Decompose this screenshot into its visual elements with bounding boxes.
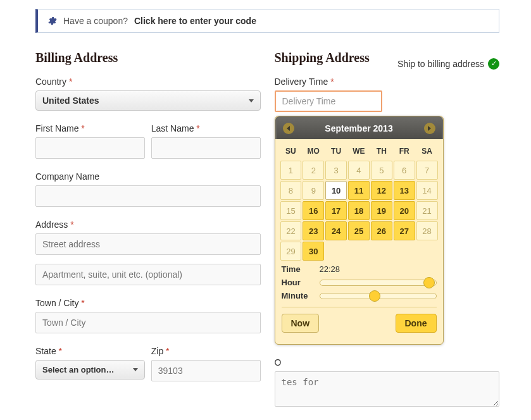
minute-label: Minute: [282, 291, 320, 300]
calendar-day: 28: [416, 221, 438, 240]
calendar-day[interactable]: 30: [303, 242, 324, 261]
minute-slider[interactable]: [320, 293, 437, 299]
calendar-day[interactable]: 27: [394, 221, 415, 240]
check-icon: ✓: [488, 58, 499, 70]
calendar-day[interactable]: 11: [348, 181, 370, 200]
address1-input[interactable]: [35, 233, 261, 255]
field-address2: [35, 264, 261, 285]
next-month-button[interactable]: [424, 123, 435, 134]
calendar-day[interactable]: 25: [348, 221, 370, 240]
dow-header: MO: [303, 143, 324, 159]
calendar-day[interactable]: 26: [371, 221, 392, 240]
calendar-day[interactable]: 12: [371, 181, 392, 200]
calendar-day[interactable]: 20: [394, 201, 415, 220]
dow-header: WE: [348, 143, 370, 159]
ship-to-billing-toggle[interactable]: Ship to billing address ✓: [397, 58, 499, 70]
calendar-day: 6: [394, 161, 415, 180]
billing-heading: Billing Address: [35, 51, 261, 65]
billing-column: Billing Address Country * United States …: [35, 51, 261, 409]
coupon-prefix: Have a coupon?: [63, 16, 128, 26]
calendar-day[interactable]: 18: [348, 201, 370, 220]
now-button[interactable]: Now: [282, 314, 320, 333]
calendar-day: 1: [280, 161, 302, 180]
field-last-name: Last Name *: [151, 123, 261, 159]
shipping-heading: Shipping Address: [275, 51, 370, 65]
calendar-day[interactable]: 24: [325, 221, 347, 240]
gear-icon: [47, 16, 57, 26]
calendar-day[interactable]: 10: [325, 181, 347, 200]
calendar-day[interactable]: 19: [371, 201, 392, 220]
hour-handle[interactable]: [423, 277, 435, 288]
calendar-day[interactable]: 23: [303, 221, 324, 240]
calendar-day: 21: [416, 201, 438, 220]
done-button[interactable]: Done: [396, 314, 437, 333]
calendar-day: 22: [280, 221, 302, 240]
dow-header: SA: [416, 143, 438, 159]
delivery-time-input[interactable]: Delivery Time: [275, 90, 382, 112]
calendar-day: 15: [280, 201, 302, 220]
coupon-notice: Have a coupon? Click here to enter your …: [35, 9, 499, 33]
calendar-day: 4: [348, 161, 370, 180]
dow-header: TH: [371, 143, 392, 159]
calendar-day: 2: [303, 161, 324, 180]
first-name-input[interactable]: [35, 137, 145, 159]
chevron-down-icon: [133, 368, 138, 371]
country-select[interactable]: United States: [35, 90, 261, 111]
calendar-day: 14: [416, 181, 438, 200]
dow-header: FR: [394, 143, 415, 159]
last-name-input[interactable]: [151, 137, 261, 159]
chevron-down-icon: [249, 99, 254, 102]
calendar-day: 29: [280, 242, 302, 261]
minute-handle[interactable]: [369, 290, 380, 302]
calendar-day: 9: [303, 181, 324, 200]
state-select[interactable]: Select an option…: [35, 360, 145, 380]
calendar-day: 5: [371, 161, 392, 180]
calendar-grid: SUMOTUWETHFRSA 1234567891011121314151617…: [279, 142, 439, 262]
time-value: 22:28: [320, 264, 437, 274]
field-country: Country * United States: [35, 77, 261, 111]
field-company: Company Name: [35, 171, 261, 207]
datepicker-title: September 2013: [325, 123, 392, 133]
order-notes-label: O: [275, 357, 500, 368]
field-delivery-time: Delivery Time * Delivery Time September …: [275, 77, 500, 345]
prev-month-button[interactable]: [283, 123, 294, 134]
dow-header: SU: [280, 143, 302, 159]
field-zip: Zip *: [151, 346, 261, 381]
zip-input[interactable]: [151, 360, 261, 381]
field-address: Address *: [35, 219, 261, 255]
time-label: Time: [282, 264, 320, 274]
town-input[interactable]: [35, 312, 261, 333]
address2-input[interactable]: [35, 264, 261, 285]
calendar-day: 7: [416, 161, 438, 180]
order-notes-textarea[interactable]: [275, 371, 500, 407]
datetime-picker: September 2013 SUMOTUWETHFRSA 1234567891…: [275, 116, 444, 345]
calendar-day: 3: [325, 161, 347, 180]
field-town: Town / City *: [35, 298, 261, 333]
company-input[interactable]: [35, 185, 261, 207]
calendar-day[interactable]: 16: [303, 201, 324, 220]
calendar-day[interactable]: 13: [394, 181, 415, 200]
hour-label: Hour: [282, 278, 320, 287]
calendar-day[interactable]: 17: [325, 201, 347, 220]
dow-header: TU: [325, 143, 347, 159]
field-state: State * Select an option…: [35, 346, 145, 381]
hour-slider[interactable]: [320, 280, 437, 286]
field-first-name: First Name *: [35, 123, 145, 159]
coupon-link[interactable]: Click here to enter your code: [134, 16, 256, 26]
calendar-day: 8: [280, 181, 302, 200]
shipping-column: Shipping Address Ship to billing address…: [275, 51, 500, 409]
